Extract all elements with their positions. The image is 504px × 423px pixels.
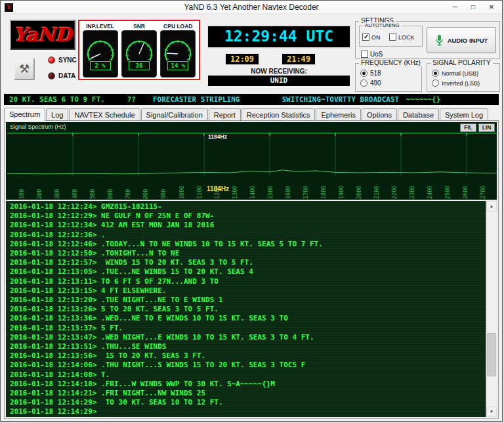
- freq-tick-label: 2300: [409, 186, 415, 199]
- tab-database[interactable]: Database: [398, 108, 439, 120]
- tab-ephemeris[interactable]: Ephemeris: [316, 108, 361, 120]
- data-label: DATA: [58, 72, 75, 79]
- log-line: 2016-01-18 12:13:26> 5 TO 20 KT. SEAS 3 …: [10, 305, 484, 314]
- maximize-icon[interactable]: □: [464, 1, 482, 14]
- gauge-value: 14 %: [167, 61, 188, 70]
- radio-icon: [360, 79, 368, 87]
- log-line: 2016-01-18 12:12:50> .TONIGHT...N TO NE: [10, 249, 484, 258]
- tab-reception-statistics[interactable]: Reception Statistics: [242, 108, 316, 120]
- audio-input-label: AUDIO INPUT: [448, 37, 488, 44]
- spectrum-plot[interactable]: [7, 133, 497, 176]
- gauge-value: 2 %: [90, 61, 111, 70]
- tab-log[interactable]: Log: [46, 108, 68, 120]
- radio-icon: [432, 79, 439, 87]
- freq-tick-label: 2700: [480, 186, 486, 199]
- fil-button[interactable]: FIL: [460, 123, 476, 132]
- scrollbar-thumb[interactable]: [487, 333, 496, 376]
- log-scrollbar[interactable]: ▲ ▼: [486, 201, 497, 417]
- ticker-segment: FORECASTER STRIPLING: [153, 95, 240, 104]
- log-line: 2016-01-18 12:12:24> GMZ015-182115-: [10, 202, 484, 212]
- gauge-inp-level: INP.LEVEL2 %: [82, 22, 119, 78]
- radio-icon: [360, 70, 368, 77]
- checkbox-label: ON: [371, 34, 381, 41]
- sync-led-icon: [48, 56, 55, 64]
- autotuning-group: AUTOTUNING ON LOCK: [359, 26, 423, 47]
- radio-label: Inverted (LSB): [442, 80, 480, 87]
- scroll-down-icon[interactable]: ▼: [486, 407, 497, 417]
- tab-system-log[interactable]: System Log: [440, 108, 488, 120]
- spectrum-axis: 1002003004005006007008009001000110012001…: [7, 177, 495, 200]
- hammer-icon: ⚒: [19, 62, 30, 76]
- tab-bar: SpectrumLogNAVTEX ScheduleSignal/Calibra…: [4, 108, 489, 120]
- freq-tick-label: 700: [125, 189, 131, 199]
- freq-tick-label: 1300: [232, 186, 238, 199]
- freq-tick-label: 1600: [285, 186, 291, 199]
- ticker-segment: 20 KT. SEAS 6 TO 9 FT.: [9, 95, 105, 104]
- log-line: 2016-01-18 12:12:46> .TODAY...N TO NE WI…: [10, 240, 484, 249]
- window-title: YaND 6.3 Yet Another Navtex Decoder: [1, 1, 502, 14]
- autotuning-legend: AUTOTUNING: [363, 22, 402, 28]
- frequency-legend: FREQUENCY (KHz): [359, 59, 423, 66]
- ticker-segment: ~~~~~~{}: [406, 95, 440, 104]
- gauge-value: 36: [129, 61, 150, 70]
- radio-option-490[interactable]: 490: [360, 79, 420, 87]
- gauge-face: 2 %: [83, 30, 118, 78]
- log-line: 2016-01-18 12:13:15> 4 FT ELSEWHERE.: [10, 286, 484, 296]
- autotuning-lock-checkbox[interactable]: LOCK: [389, 33, 415, 41]
- checkbox-icon: [389, 33, 396, 41]
- lin-button[interactable]: LIN: [478, 123, 495, 132]
- polarity-legend: SIGNAL POLARITY: [430, 59, 493, 66]
- radio-option-normal-usb[interactable]: Normal (USB): [432, 70, 498, 77]
- log-panel: 2016-01-18 12:12:24> GMZ015-182115-2016-…: [6, 201, 497, 417]
- freq-tick-label: 1000: [178, 186, 185, 199]
- radio-label: 518: [370, 70, 381, 77]
- uos-checkbox[interactable]: UoS: [361, 51, 383, 58]
- title-bar[interactable]: Y YaND 6.3 Yet Another Navtex Decoder ─ …: [1, 1, 502, 14]
- close-icon[interactable]: ✕: [482, 1, 501, 14]
- gauge-label: CPU LOAD: [163, 23, 192, 30]
- radio-option-518[interactable]: 518: [360, 70, 420, 77]
- log-text: 2016-01-18 12:12:24> GMZ015-182115-2016-…: [10, 202, 484, 416]
- log-line: 2016-01-18 12:12:29> NE GULF N OF 25N E …: [10, 212, 484, 221]
- scroll-up-icon[interactable]: ▲: [486, 201, 497, 212]
- marker-label-top: 1184Hz: [208, 133, 227, 140]
- ticker: 20 KT. SEAS 6 TO 9 FT.??FORECASTER STRIP…: [4, 94, 499, 105]
- utc-clock: 12:29:44 UTC: [207, 25, 351, 49]
- autotuning-on-checkbox[interactable]: ON: [362, 33, 381, 41]
- polarity-options: Normal (USB)Inverted (LSB): [432, 70, 498, 87]
- tab-options[interactable]: Options: [362, 108, 397, 120]
- radio-label: Normal (USB): [442, 70, 478, 77]
- log-line: 2016-01-18 12:14:21> .FRI NIGHT...NW WIN…: [10, 389, 484, 398]
- log-line: 2016-01-18 12:12:34> 412 AM EST MON JAN …: [10, 221, 484, 230]
- tab-report[interactable]: Report: [209, 108, 241, 120]
- gauge-cpu-load: CPU LOAD14 %: [159, 22, 196, 78]
- checkbox-icon: [362, 33, 369, 41]
- log-line: 2016-01-18 12:14:29> TO 30 KT. SEAS 10 T…: [10, 398, 484, 407]
- app-logo: YaND: [10, 20, 75, 50]
- freq-tick-label: 400: [72, 189, 78, 199]
- checkbox-label: UoS: [370, 51, 383, 58]
- tab-spectrum[interactable]: Spectrum: [4, 108, 45, 121]
- radio-icon: [432, 70, 439, 77]
- freq-tick-label: 1700: [303, 186, 309, 199]
- freq-tick-label: 1900: [338, 186, 345, 199]
- data-led-icon: [48, 72, 55, 79]
- tab-navtex-schedule[interactable]: NAVTEX Schedule: [69, 108, 140, 120]
- freq-tick-label: 1500: [267, 186, 274, 199]
- freq-tick-label: 2200: [391, 186, 398, 199]
- log-line: 2016-01-18 12:13:20> .TUE NIGHT...NE TO …: [10, 296, 484, 305]
- freq-tick-label: 500: [89, 189, 96, 199]
- sync-label: SYNC: [58, 56, 77, 64]
- radio-option-inverted-lsb[interactable]: Inverted (LSB): [432, 79, 498, 87]
- freq-tick-label: 200: [36, 189, 43, 199]
- checkbox-icon: [361, 51, 368, 58]
- app-icon: Y: [5, 3, 13, 12]
- minimize-icon[interactable]: ─: [446, 1, 464, 14]
- freq-tick-label: 2400: [427, 186, 433, 199]
- microphone-icon: [435, 34, 444, 46]
- freq-tick-label: 900: [160, 189, 167, 199]
- ticker-segment: ??: [127, 95, 136, 104]
- tab-signal-calibration[interactable]: Signal/Calibration: [141, 108, 208, 120]
- tools-button[interactable]: ⚒: [14, 58, 35, 80]
- audio-input-button[interactable]: AUDIO INPUT: [427, 27, 496, 53]
